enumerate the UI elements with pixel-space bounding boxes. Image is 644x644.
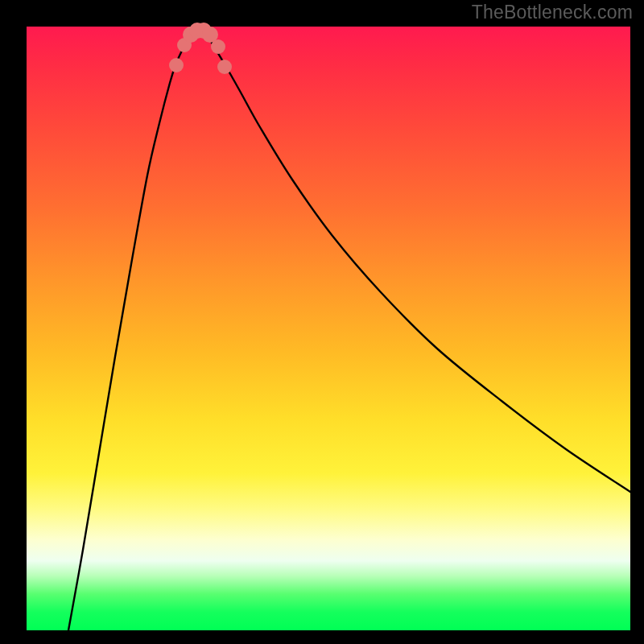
- valley-marker: [217, 60, 232, 74]
- valley-markers: [169, 23, 232, 74]
- valley-marker: [211, 39, 225, 54]
- chart-frame: TheBottleneck.com: [0, 0, 644, 644]
- curve-right-branch: [200, 31, 630, 492]
- valley-marker: [169, 58, 184, 72]
- curve-left-branch: [68, 31, 200, 630]
- plot-area: [27, 27, 630, 630]
- watermark-text: TheBottleneck.com: [472, 2, 633, 23]
- chart-svg: [27, 27, 630, 630]
